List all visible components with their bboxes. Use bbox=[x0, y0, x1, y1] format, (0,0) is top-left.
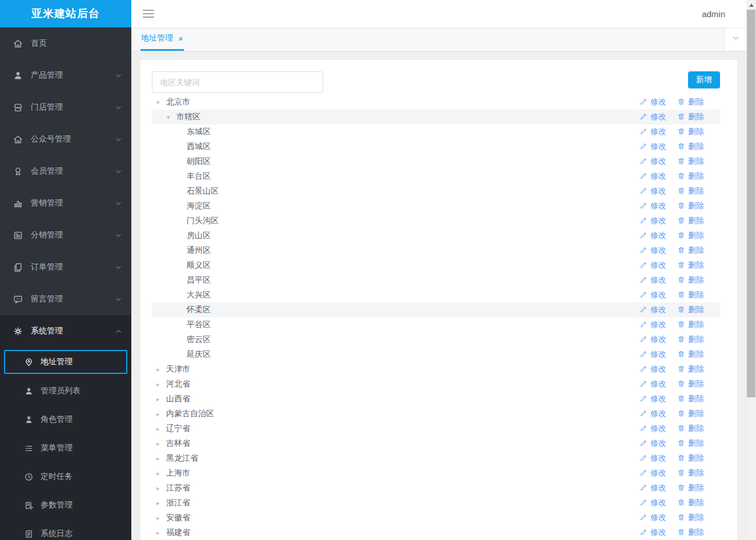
delete-link[interactable]: 删除 bbox=[677, 320, 704, 330]
tree-row[interactable]: 延庆区 修改 删除 bbox=[152, 347, 720, 362]
tree-row[interactable]: ▸ 安徽省 修改 删除 bbox=[152, 510, 720, 525]
sidebar-item-stores[interactable]: 门店管理 bbox=[0, 91, 131, 123]
tab-address-management[interactable]: 地址管理 × bbox=[140, 27, 184, 51]
tree-row[interactable]: 朝阳区 修改 删除 bbox=[152, 154, 720, 169]
sidebar-subitem-menus[interactable]: 菜单管理 bbox=[0, 434, 131, 462]
tree-row[interactable]: ▸ 天津市 修改 删除 bbox=[152, 362, 720, 377]
tree-row[interactable]: ▸ 浙江省 修改 删除 bbox=[152, 495, 720, 510]
delete-link[interactable]: 删除 bbox=[677, 349, 704, 360]
tree-row[interactable]: 昌平区 修改 删除 bbox=[152, 273, 720, 288]
delete-link[interactable]: 删除 bbox=[677, 364, 704, 374]
tree-row[interactable]: 大兴区 修改 删除 bbox=[152, 288, 720, 303]
edit-link[interactable]: 修改 bbox=[640, 290, 666, 300]
sidebar-item-products[interactable]: 产品管理 bbox=[0, 59, 131, 91]
edit-link[interactable]: 修改 bbox=[640, 513, 666, 523]
edit-link[interactable]: 修改 bbox=[640, 275, 666, 285]
tree-row[interactable]: 石景山区 修改 删除 bbox=[152, 184, 720, 199]
sidebar-subitem-params[interactable]: 参数管理 bbox=[0, 491, 131, 519]
sidebar-item-marketing[interactable]: 营销管理 bbox=[0, 187, 131, 219]
edit-link[interactable]: 修改 bbox=[640, 468, 666, 478]
tree-row[interactable]: ▸ 辽宁省 修改 删除 bbox=[152, 421, 720, 436]
delete-link[interactable]: 删除 bbox=[677, 527, 704, 538]
delete-link[interactable]: 删除 bbox=[677, 438, 704, 449]
delete-link[interactable]: 删除 bbox=[677, 290, 704, 300]
scrollbar-thumb[interactable] bbox=[747, 10, 755, 397]
tree-row[interactable]: ▸ 河北省 修改 删除 bbox=[152, 377, 720, 392]
delete-link[interactable]: 删除 bbox=[677, 513, 704, 523]
sidebar-item-messages[interactable]: 留言管理 bbox=[0, 283, 131, 315]
delete-link[interactable]: 删除 bbox=[677, 260, 704, 271]
tree-caret-icon[interactable]: ▸ bbox=[156, 396, 164, 403]
sidebar-subitem-cron[interactable]: 定时任务 bbox=[0, 462, 131, 491]
delete-link[interactable]: 删除 bbox=[677, 498, 704, 508]
tree-caret-icon[interactable]: ▸ bbox=[156, 499, 164, 507]
tree-row[interactable]: 东城区 修改 删除 bbox=[152, 124, 720, 139]
tree-row[interactable]: ▸ 内蒙古自治区 修改 删除 bbox=[152, 406, 720, 421]
tree-caret-icon[interactable]: ▸ bbox=[156, 366, 164, 373]
tree-caret-icon[interactable]: ▸ bbox=[156, 381, 164, 388]
edit-link[interactable]: 修改 bbox=[640, 379, 666, 389]
sidebar-subitem-roles[interactable]: 角色管理 bbox=[0, 405, 131, 434]
edit-link[interactable]: 修改 bbox=[640, 201, 666, 211]
delete-link[interactable]: 删除 bbox=[677, 127, 704, 137]
tree-caret-icon[interactable]: ▸ bbox=[156, 425, 164, 433]
delete-link[interactable]: 删除 bbox=[677, 335, 704, 345]
delete-link[interactable]: 删除 bbox=[677, 453, 704, 464]
tab-close-icon[interactable]: × bbox=[178, 34, 183, 43]
edit-link[interactable]: 修改 bbox=[640, 245, 666, 256]
delete-link[interactable]: 删除 bbox=[677, 409, 704, 419]
tree-row[interactable]: 通州区 修改 删除 bbox=[152, 243, 720, 258]
edit-link[interactable]: 修改 bbox=[640, 305, 666, 315]
edit-link[interactable]: 修改 bbox=[640, 97, 666, 107]
delete-link[interactable]: 删除 bbox=[677, 394, 704, 404]
edit-link[interactable]: 修改 bbox=[640, 171, 666, 182]
region-keyword-input[interactable] bbox=[152, 71, 323, 93]
delete-link[interactable]: 删除 bbox=[677, 424, 704, 434]
sidebar-item-home[interactable]: 首页 bbox=[0, 27, 131, 59]
tree-caret-icon[interactable]: ▸ bbox=[156, 485, 164, 492]
sidebar-subitem-admin-list[interactable]: 管理员列表 bbox=[0, 377, 131, 405]
tree-caret-icon[interactable]: ▸ bbox=[156, 529, 164, 537]
sidebar-subitem-logs[interactable]: 系统日志 bbox=[0, 519, 131, 540]
add-button[interactable]: 新增 bbox=[688, 71, 720, 88]
tree-row[interactable]: ▸ 福建省 修改 删除 bbox=[152, 525, 720, 540]
tree-row[interactable]: 顺义区 修改 删除 bbox=[152, 258, 720, 273]
tree-row[interactable]: ▸ 江苏省 修改 删除 bbox=[152, 481, 720, 495]
edit-link[interactable]: 修改 bbox=[640, 498, 666, 508]
edit-link[interactable]: 修改 bbox=[640, 453, 666, 464]
hamburger-menu-icon[interactable] bbox=[143, 10, 154, 18]
tree-row[interactable]: 房山区 修改 删除 bbox=[152, 228, 720, 243]
edit-link[interactable]: 修改 bbox=[640, 186, 666, 196]
edit-link[interactable]: 修改 bbox=[640, 409, 666, 419]
tree-row[interactable]: ▸ 山西省 修改 删除 bbox=[152, 392, 720, 406]
delete-link[interactable]: 删除 bbox=[677, 216, 704, 226]
edit-link[interactable]: 修改 bbox=[640, 527, 666, 538]
edit-link[interactable]: 修改 bbox=[640, 438, 666, 449]
tree-caret-icon[interactable]: ▸ bbox=[156, 514, 164, 522]
tree-row[interactable]: 西城区 修改 删除 bbox=[152, 139, 720, 154]
edit-link[interactable]: 修改 bbox=[640, 231, 666, 241]
delete-link[interactable]: 删除 bbox=[677, 231, 704, 241]
tab-options-button[interactable] bbox=[725, 27, 746, 51]
tree-row[interactable]: 密云区 修改 删除 bbox=[152, 332, 720, 347]
sidebar-subitem-addresses[interactable]: 地址管理 bbox=[4, 350, 127, 374]
page-scrollbar[interactable] bbox=[746, 0, 756, 540]
edit-link[interactable]: 修改 bbox=[640, 260, 666, 271]
sidebar-item-system[interactable]: 系统管理 bbox=[0, 315, 131, 347]
edit-link[interactable]: 修改 bbox=[640, 394, 666, 404]
delete-link[interactable]: 删除 bbox=[677, 201, 704, 211]
tree-row[interactable]: ▸ 上海市 修改 删除 bbox=[152, 466, 720, 481]
tree-row[interactable]: ▸ 吉林省 修改 删除 bbox=[152, 436, 720, 451]
delete-link[interactable]: 删除 bbox=[677, 379, 704, 389]
tree-row[interactable]: ▸ 黑龙江省 修改 删除 bbox=[152, 451, 720, 466]
tree-caret-icon[interactable]: ▸ bbox=[156, 440, 164, 448]
delete-link[interactable]: 删除 bbox=[677, 97, 704, 107]
delete-link[interactable]: 删除 bbox=[677, 112, 704, 122]
scrollbar-up-arrow[interactable] bbox=[746, 0, 756, 10]
delete-link[interactable]: 删除 bbox=[677, 483, 704, 493]
delete-link[interactable]: 删除 bbox=[677, 305, 704, 315]
tree-caret-icon[interactable]: ▾ bbox=[156, 99, 164, 106]
edit-link[interactable]: 修改 bbox=[640, 349, 666, 360]
delete-link[interactable]: 删除 bbox=[677, 275, 704, 285]
sidebar-item-members[interactable]: 会员管理 bbox=[0, 155, 131, 187]
